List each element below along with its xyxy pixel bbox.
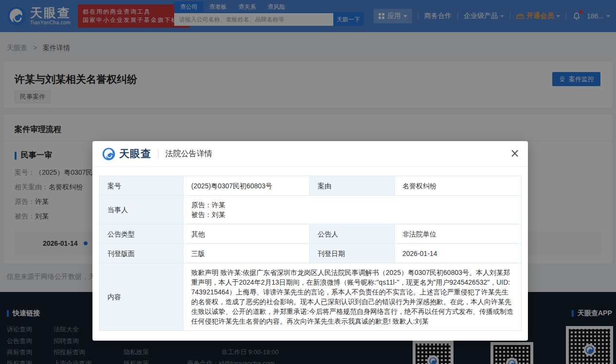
- announcement-type-label: 公告类型: [100, 224, 183, 244]
- table-row: 当事人 原告：许某 被告：刘某: [100, 196, 522, 224]
- cause-value: 名誉权纠纷: [395, 176, 522, 196]
- announcement-detail-table: 案号 (2025)粤0307民初60803号 案由 名誉权纠纷 当事人 原告：许…: [99, 176, 522, 331]
- close-icon[interactable]: ×: [507, 146, 522, 161]
- content-label: 内容: [100, 263, 183, 331]
- modal-header: 天眼查 法院公告详情 ×: [92, 141, 528, 167]
- table-row: 刊登版面 三版 刊登日期 2026-01-14: [100, 244, 522, 263]
- publish-date-value: 2026-01-14: [395, 244, 522, 263]
- announcer-value: 非法院单位: [395, 224, 522, 244]
- content-value: 致歉声明 致许某:依据广东省深圳市龙岗区人民法院民事调解书（2025）粤0307…: [183, 263, 522, 331]
- case-no-label: 案号: [100, 176, 183, 196]
- party-label: 当事人: [100, 196, 183, 224]
- party-value: 原告：许某 被告：刘某: [183, 196, 522, 224]
- publish-date-label: 刊登日期: [310, 244, 395, 263]
- announcer-label: 公告人: [310, 224, 395, 244]
- modal-title-divider: [158, 149, 159, 158]
- table-row: 公告类型 其他 公告人 非法院单位: [100, 224, 522, 244]
- table-row: 案号 (2025)粤0307民初60803号 案由 名誉权纠纷: [100, 176, 522, 196]
- tianyancha-logo-icon: [102, 147, 115, 161]
- cause-label: 案由: [310, 176, 395, 196]
- announcement-type-value: 其他: [183, 224, 310, 244]
- page-root: 天眼查 TianYanCha.com 都在用的商业查询工具 国家中小企业发展子基…: [0, 0, 616, 364]
- modal-brand: 天眼查: [119, 147, 151, 161]
- case-no-value: (2025)粤0307民初60803号: [183, 176, 310, 196]
- modal-title: 法院公告详情: [165, 149, 212, 159]
- publish-page-value: 三版: [183, 244, 310, 263]
- table-row: 内容 致歉声明 致许某:依据广东省深圳市龙岗区人民法院民事调解书（2025）粤0…: [100, 263, 522, 331]
- publish-page-label: 刊登版面: [100, 244, 183, 263]
- court-announcement-modal: 天眼查 法院公告详情 × 案号 (2025)粤0307民初60803号 案由 名…: [92, 141, 528, 341]
